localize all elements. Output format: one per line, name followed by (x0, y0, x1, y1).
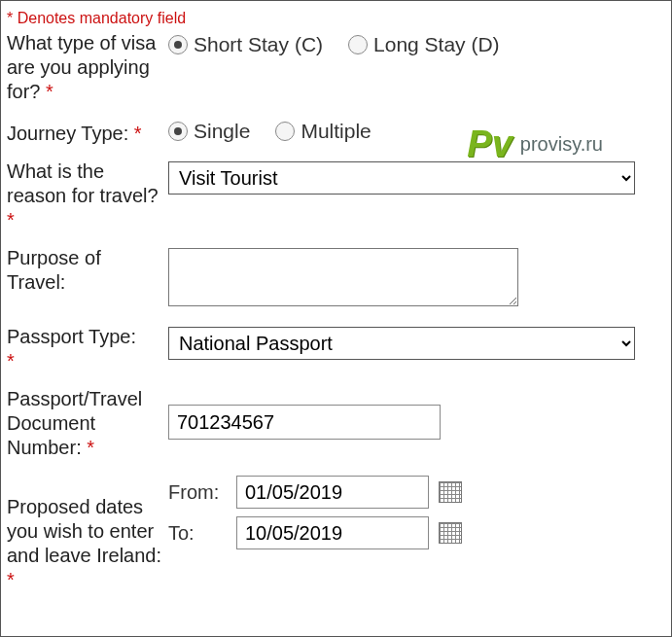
row-passport-number: Passport/Travel Document Number: * (7, 387, 665, 460)
row-purpose: Purpose of Travel: (7, 246, 665, 311)
asterisk: * (7, 569, 15, 590)
date-to-line: To: (168, 516, 665, 549)
radio-multiple[interactable]: Multiple (275, 120, 371, 143)
field-passport-number (168, 387, 665, 440)
date-to-input[interactable] (236, 516, 429, 549)
label-passport-number: Passport/Travel Document Number: * (7, 387, 168, 460)
radio-circle-icon (275, 122, 295, 141)
asterisk: * (87, 437, 94, 458)
purpose-textarea[interactable] (168, 248, 518, 306)
visa-type-radio-group: Short Stay (C) Long Stay (D) (168, 33, 665, 56)
row-dates: Proposed dates you wish to enter and lea… (7, 474, 665, 592)
radio-dot-icon (168, 122, 188, 141)
label-passport-number-text: Passport/Travel Document Number: (7, 388, 142, 458)
to-sublabel: To: (168, 522, 227, 545)
logo-text: provisy.ru (520, 133, 603, 156)
date-from-input[interactable] (236, 476, 429, 509)
passport-type-select[interactable]: National Passport (168, 327, 635, 360)
label-purpose: Purpose of Travel: (7, 246, 168, 295)
asterisk: * (7, 350, 15, 372)
row-visa-type: What type of visa are you applying for? … (7, 31, 665, 104)
label-reason: What is the reason for travel? * (7, 159, 168, 232)
radio-circle-icon (348, 35, 368, 54)
radio-multiple-label: Multiple (301, 120, 371, 143)
radio-short-stay-label: Short Stay (C) (194, 33, 323, 56)
field-dates: From: To: (168, 474, 665, 557)
radio-short-stay[interactable]: Short Stay (C) (168, 33, 323, 56)
radio-dot-icon (168, 35, 188, 54)
calendar-icon[interactable] (439, 481, 462, 503)
asterisk: * (134, 123, 142, 144)
radio-long-stay[interactable]: Long Stay (D) (348, 33, 500, 56)
row-passport-type: Passport Type: * National Passport (7, 325, 665, 373)
asterisk: * (7, 209, 15, 230)
from-sublabel: From: (168, 481, 227, 504)
asterisk: * (46, 81, 53, 102)
radio-single-label: Single (194, 120, 250, 143)
date-from-line: From: (168, 476, 665, 509)
radio-long-stay-label: Long Stay (D) (373, 33, 500, 56)
label-dates: Proposed dates you wish to enter and lea… (7, 474, 168, 592)
label-reason-text: What is the reason for travel? (7, 160, 159, 206)
field-visa-type: Short Stay (C) Long Stay (D) (168, 31, 665, 56)
field-purpose (168, 246, 665, 311)
label-visa-type: What type of visa are you applying for? … (7, 31, 168, 104)
provisy-logo: Pv provisy.ru (467, 125, 603, 162)
calendar-icon[interactable] (439, 522, 462, 544)
mandatory-note: * Denotes mandatory field (7, 9, 665, 27)
label-visa-type-text: What type of visa are you applying for? (7, 32, 156, 102)
label-passport-type: Passport Type: * (7, 325, 168, 373)
label-journey-type-text: Journey Type: (7, 123, 128, 144)
label-passport-type-text: Passport Type: (7, 326, 136, 347)
logo-mark: Pv (467, 125, 512, 162)
form-container: * Denotes mandatory field What type of v… (0, 0, 672, 637)
label-journey-type: Journey Type: * (7, 118, 168, 146)
passport-number-input[interactable] (168, 405, 441, 440)
field-reason: Visit Tourist (168, 159, 665, 195)
radio-single[interactable]: Single (168, 120, 250, 143)
row-reason: What is the reason for travel? * Visit T… (7, 159, 665, 232)
reason-select[interactable]: Visit Tourist (168, 161, 635, 195)
field-passport-type: National Passport (168, 325, 665, 360)
label-dates-text: Proposed dates you wish to enter and lea… (7, 496, 161, 566)
